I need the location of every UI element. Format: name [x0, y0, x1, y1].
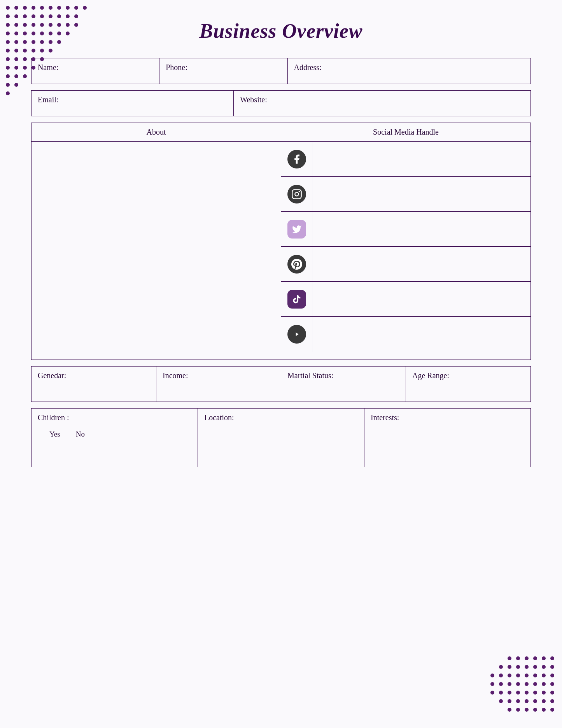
instagram-handle[interactable]	[312, 177, 530, 211]
about-body[interactable]	[32, 142, 281, 360]
pinterest-row	[281, 247, 530, 282]
age-range-field[interactable]: Age Range:	[406, 367, 530, 402]
facebook-icon	[287, 150, 306, 168]
children-yes-label: Yes	[49, 430, 60, 439]
website-label: Website:	[240, 95, 267, 104]
pinterest-icon	[287, 255, 306, 274]
children-no-label: No	[76, 430, 85, 439]
dots-top-left	[6, 6, 87, 100]
instagram-icon	[287, 185, 306, 203]
page-title: Business Overview	[31, 19, 531, 42]
phone-field[interactable]: Phone:	[159, 58, 287, 84]
twitter-row	[281, 212, 530, 247]
social-media-header: Social Media Handle	[281, 123, 530, 142]
dots-bottom-right	[490, 656, 554, 716]
facebook-icon-cell	[281, 142, 312, 176]
income-label: Income:	[163, 371, 188, 380]
children-options: Yes No	[38, 422, 191, 446]
address-label: Address:	[294, 63, 322, 72]
demographics-row: Genedar: Income: Martial Status: Age Ran…	[31, 366, 531, 402]
svg-point-2	[298, 191, 300, 192]
phone-label: Phone:	[166, 63, 187, 72]
about-section: About	[32, 123, 281, 360]
svg-point-1	[295, 192, 298, 196]
martial-status-field[interactable]: Martial Status:	[281, 367, 406, 402]
twitter-icon-cell	[281, 212, 312, 246]
youtube-icon-cell	[281, 317, 312, 352]
children-field[interactable]: Children : Yes No	[32, 409, 198, 467]
address-field[interactable]: Address:	[288, 58, 531, 84]
twitter-handle[interactable]	[312, 212, 530, 246]
tiktok-row	[281, 282, 530, 317]
location-field[interactable]: Location:	[198, 409, 364, 467]
facebook-handle[interactable]	[312, 142, 530, 176]
website-field[interactable]: Website:	[234, 91, 530, 116]
interests-field[interactable]: Interests:	[364, 409, 530, 467]
interests-label: Interests:	[371, 413, 399, 422]
martial-status-label: Martial Status:	[287, 371, 333, 380]
income-field[interactable]: Income:	[156, 367, 281, 402]
page-wrapper: Business Overview Name: Phone: Address: …	[0, 0, 562, 728]
gender-field[interactable]: Genedar:	[32, 367, 156, 402]
tiktok-handle[interactable]	[312, 282, 530, 316]
social-media-section: Social Media Handle	[281, 123, 530, 360]
instagram-row	[281, 177, 530, 212]
tiktok-icon	[287, 290, 306, 309]
age-range-label: Age Range:	[412, 371, 449, 380]
social-rows	[281, 142, 530, 360]
email-website-row: Email: Website:	[31, 90, 531, 116]
twitter-icon	[287, 220, 306, 239]
youtube-icon	[287, 325, 306, 344]
bottom-row: Children : Yes No Location: Interests:	[31, 408, 531, 467]
youtube-handle[interactable]	[312, 317, 530, 352]
name-phone-address-row: Name: Phone: Address:	[31, 58, 531, 84]
about-social-row: About Social Media Handle	[31, 123, 531, 360]
tiktok-icon-cell	[281, 282, 312, 316]
instagram-icon-cell	[281, 177, 312, 211]
about-header: About	[32, 123, 281, 142]
location-label: Location:	[204, 413, 234, 422]
youtube-row	[281, 317, 530, 352]
pinterest-handle[interactable]	[312, 247, 530, 281]
svg-rect-0	[292, 189, 301, 198]
children-label: Children :	[38, 413, 69, 422]
gender-label: Genedar:	[38, 371, 66, 380]
pinterest-icon-cell	[281, 247, 312, 281]
facebook-row	[281, 142, 530, 177]
